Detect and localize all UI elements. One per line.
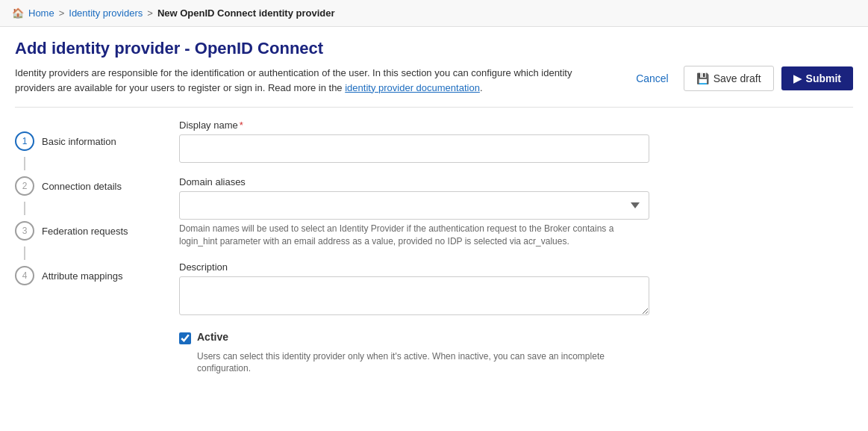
breadcrumb-separator-2: > <box>147 7 153 19</box>
required-star: * <box>240 120 243 131</box>
display-name-input[interactable] <box>179 134 649 163</box>
domain-aliases-field-group: Domain aliases Domain names will be used… <box>179 176 838 248</box>
home-link[interactable]: Home <box>28 7 54 19</box>
domain-aliases-select[interactable] <box>179 191 649 220</box>
page-title: Add identity provider - OpenID Connect <box>15 39 853 58</box>
action-buttons: Cancel 💾 Save draft ▶ Submit <box>628 66 853 91</box>
description-block: Identity providers are responsible for t… <box>15 66 853 95</box>
active-checkbox-group: Active Users can select this identity pr… <box>179 331 838 376</box>
step-circle-1: 1 <box>15 131 34 151</box>
active-hint: Users can select this identity provider … <box>197 350 652 376</box>
breadcrumb-separator-1: > <box>59 7 65 19</box>
documentation-link[interactable]: identity provider documentation <box>345 82 480 93</box>
divider <box>15 107 853 108</box>
save-draft-button[interactable]: 💾 Save draft <box>684 66 774 91</box>
display-name-field-group: Display name* <box>179 120 838 163</box>
domain-aliases-label: Domain aliases <box>179 176 838 187</box>
step-item-2: 2 Connection details <box>15 170 164 202</box>
step-item-1: 1 Basic information <box>15 125 164 157</box>
step-connector-3 <box>24 246 25 260</box>
description-field-group: Description <box>179 261 838 317</box>
home-icon: 🏠 <box>12 7 24 19</box>
description-part-2: . <box>480 82 483 93</box>
breadcrumb-current: New OpenID Connect identity provider <box>157 7 335 19</box>
display-name-label: Display name* <box>179 120 838 131</box>
step-label-3: Federation requests <box>42 226 128 237</box>
step-label-2: Connection details <box>42 181 122 192</box>
step-label-1: Basic information <box>42 136 116 147</box>
steps-sidebar: 1 Basic information 2 Connection details… <box>15 120 164 431</box>
description-input[interactable] <box>179 276 649 315</box>
submit-icon: ▶ <box>793 72 802 84</box>
active-checkbox[interactable] <box>179 332 191 344</box>
description-text: Identity providers are responsible for t… <box>15 66 613 95</box>
step-circle-2: 2 <box>15 176 34 196</box>
form-scroll-inner: Display name* Domain aliases Domain name… <box>164 120 853 431</box>
cancel-button[interactable]: Cancel <box>628 68 676 89</box>
step-circle-4: 4 <box>15 266 34 285</box>
step-item-3: 3 Federation requests <box>15 215 164 246</box>
form-layout: 1 Basic information 2 Connection details… <box>15 120 853 431</box>
active-checkbox-row: Active <box>179 331 838 344</box>
step-connector-2 <box>24 202 25 215</box>
main-content: Add identity provider - OpenID Connect I… <box>0 27 868 431</box>
save-draft-icon: 💾 <box>696 72 709 84</box>
form-scroll-wrapper: Display name* Domain aliases Domain name… <box>164 120 853 431</box>
description-part-1: Identity providers are responsible for t… <box>15 67 572 93</box>
step-circle-3: 3 <box>15 221 34 241</box>
step-label-4: Attribute mappings <box>42 270 122 282</box>
identity-providers-link[interactable]: Identity providers <box>69 7 143 19</box>
description-label: Description <box>179 261 838 273</box>
breadcrumb: 🏠 Home > Identity providers > New OpenID… <box>0 0 868 27</box>
domain-aliases-hint: Domain names will be used to select an I… <box>179 223 649 248</box>
step-item-4: 4 Attribute mappings <box>15 260 164 291</box>
active-label: Active <box>197 331 228 343</box>
submit-button[interactable]: ▶ Submit <box>781 66 853 90</box>
step-connector-1 <box>24 157 25 170</box>
